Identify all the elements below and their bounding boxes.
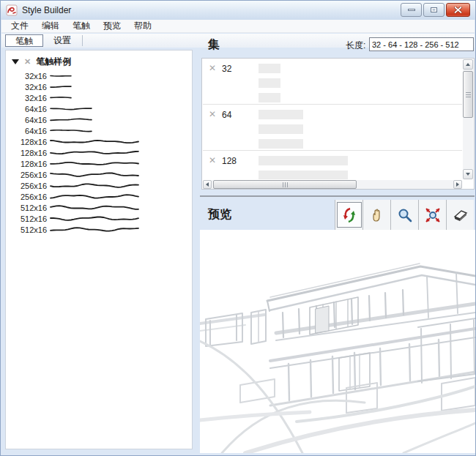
stroke-sample-row[interactable]: 256x16	[12, 169, 192, 180]
length-input[interactable]	[369, 37, 474, 51]
tool-pan-button[interactable]	[362, 200, 390, 230]
delete-group-icon[interactable]: ✕	[209, 155, 216, 165]
tab-1[interactable]: 笔触	[5, 34, 43, 47]
stroke-sample-row[interactable]: 32x16	[12, 92, 192, 103]
stroke-preview-line	[50, 160, 141, 168]
set-group-label: 128	[222, 156, 237, 166]
eraser-icon	[452, 206, 469, 224]
eraser-button-face	[448, 202, 473, 228]
stroke-slot[interactable]	[259, 156, 348, 165]
stroke-sample-label: 32x16	[12, 94, 50, 102]
stroke-slot-list	[259, 156, 348, 179]
stroke-preview-line	[50, 171, 141, 179]
preview-canvas[interactable]	[200, 230, 475, 453]
stroke-sample-label: 512x16	[12, 203, 50, 212]
stroke-samples-group[interactable]: ✕ 笔触样例	[12, 56, 192, 68]
stroke-sample-row[interactable]: 128x16	[12, 136, 192, 147]
arrow-down-icon	[466, 173, 470, 176]
stroke-preview-line	[50, 149, 141, 157]
stroke-slot[interactable]	[259, 124, 303, 134]
menu-item-3[interactable]: 笔触	[66, 19, 97, 33]
delete-sample-set-icon[interactable]: ✕	[24, 57, 31, 67]
stroke-sample-label: 512x16	[12, 225, 50, 234]
stroke-preview-line	[50, 116, 94, 124]
menu-item-4[interactable]: 预览	[97, 19, 127, 33]
stroke-slot[interactable]	[259, 110, 303, 119]
stroke-sample-row[interactable]: 512x16	[12, 224, 192, 235]
stroke-sample-label: 64x16	[12, 127, 50, 135]
stroke-sample-row[interactable]: 512x16	[12, 213, 192, 224]
stroke-preview-line	[50, 203, 141, 212]
stroke-slot[interactable]	[259, 93, 280, 102]
stroke-sample-row[interactable]: 256x16	[12, 180, 192, 191]
arrow-left-icon	[206, 182, 209, 187]
menu-item-2[interactable]: 编辑	[35, 19, 66, 33]
scroll-right-button[interactable]	[453, 180, 462, 189]
stroke-sample-row[interactable]: 128x16	[12, 147, 192, 158]
stroke-sample-label: 128x16	[12, 149, 50, 157]
set-rows: ✕32✕64✕128	[203, 59, 462, 179]
tool-orbit-button[interactable]	[335, 200, 362, 230]
thumb-grip-icon	[466, 92, 471, 97]
collapse-icon[interactable]	[12, 59, 19, 64]
sets-heading: 集	[208, 37, 220, 53]
stroke-preview-line	[50, 94, 72, 102]
stroke-preview-line	[50, 72, 72, 80]
stroke-sample-row[interactable]: 32x16	[12, 81, 192, 92]
app-icon	[6, 4, 18, 16]
style-builder-window: Style Builder 文件编辑笔触预览帮助 笔触设置 ✕	[0, 0, 476, 456]
stroke-sample-label: 64x16	[12, 116, 50, 124]
stroke-sample-label: 32x16	[12, 83, 50, 91]
horizontal-scroll-thumb[interactable]	[213, 180, 357, 189]
stroke-slot[interactable]	[259, 78, 280, 88]
stroke-sample-label: 256x16	[12, 171, 50, 179]
scroll-up-button[interactable]	[463, 59, 473, 70]
scroll-down-button[interactable]	[463, 169, 473, 179]
menu-item-1[interactable]: 文件	[4, 19, 35, 33]
tab-2[interactable]: 设置	[44, 34, 81, 47]
tool-zoom-button[interactable]	[390, 200, 418, 230]
scroll-left-button[interactable]	[203, 180, 212, 189]
stroke-slot[interactable]	[259, 139, 303, 149]
set-group-label: 32	[222, 64, 231, 74]
set-group-row-32: ✕32	[203, 59, 462, 105]
title-bar: Style Builder	[1, 1, 475, 20]
stroke-sample-row[interactable]: 64x16	[12, 103, 192, 114]
stroke-preview-line	[50, 83, 72, 91]
stroke-sample-row[interactable]: 32x16	[12, 70, 192, 81]
stroke-preview-line	[50, 182, 141, 190]
stroke-slot[interactable]	[259, 64, 280, 73]
stroke-sample-label: 256x16	[12, 182, 50, 190]
set-group-row-128: ✕128	[203, 151, 462, 179]
delete-group-icon[interactable]: ✕	[209, 63, 216, 73]
set-group-row-64: ✕64	[203, 105, 462, 151]
stroke-sample-row[interactable]: 256x16	[12, 191, 192, 202]
minimize-icon	[408, 9, 415, 11]
set-group-label: 64	[222, 110, 231, 120]
stroke-preview-line	[50, 225, 141, 233]
menu-item-5[interactable]: 帮助	[127, 19, 158, 33]
length-label: 长度:	[346, 40, 365, 52]
stroke-slot[interactable]	[259, 171, 348, 179]
maximize-icon	[431, 7, 437, 12]
delete-group-icon[interactable]: ✕	[209, 109, 216, 119]
stroke-preview-line	[50, 193, 141, 201]
stroke-sample-row[interactable]: 64x16	[12, 114, 192, 125]
minimize-button[interactable]	[401, 3, 422, 17]
panel-divider	[200, 195, 475, 197]
set-list: ✕32✕64✕128	[201, 58, 475, 190]
tool-zoom-extents-button[interactable]	[418, 200, 446, 230]
close-button[interactable]	[446, 3, 470, 17]
stroke-sample-row[interactable]: 128x16	[12, 158, 192, 169]
zoom-button-face	[393, 202, 417, 228]
stroke-sample-label: 512x16	[12, 214, 50, 223]
vertical-scrollbar[interactable]	[463, 59, 473, 179]
stroke-sample-row[interactable]: 512x16	[12, 202, 192, 213]
tab-separator	[82, 35, 83, 46]
maximize-button[interactable]	[423, 3, 445, 17]
vertical-scroll-thumb[interactable]	[463, 71, 473, 118]
tool-eraser-button[interactable]	[446, 200, 474, 230]
stroke-sample-row[interactable]: 64x16	[12, 125, 192, 136]
stroke-preview-line	[50, 127, 94, 135]
horizontal-scrollbar[interactable]	[203, 180, 462, 189]
